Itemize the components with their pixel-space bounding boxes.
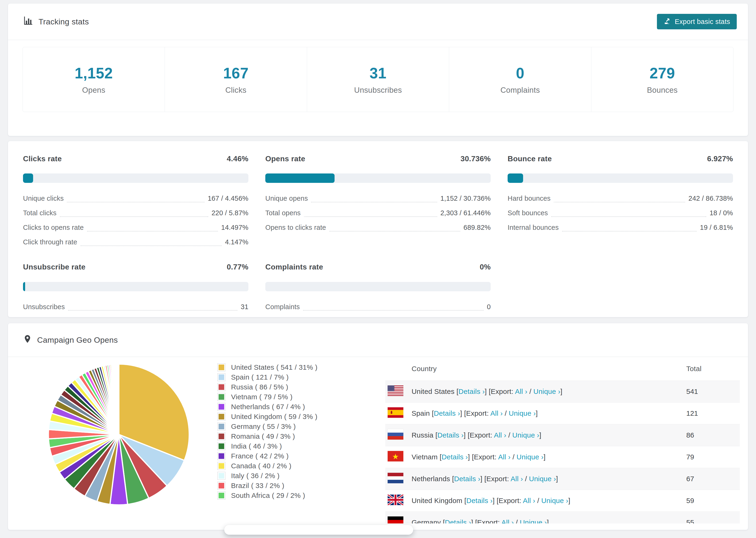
text: ] [Export:: [464, 431, 494, 439]
country-cell: Netherlands [Details ›] [Export: All › /…: [385, 473, 686, 485]
geo-body: United States ( 541 / 31% )Spain ( 121 /…: [8, 357, 748, 523]
export-all-link[interactable]: All ›: [511, 475, 523, 483]
dotted-leader: [81, 244, 222, 246]
total-cell: 121: [686, 409, 740, 417]
text: ] [Export:: [471, 518, 502, 523]
export-all-link[interactable]: All ›: [494, 431, 507, 439]
text: /: [506, 431, 512, 439]
page-title: Tracking stats: [38, 17, 89, 26]
text: Vietnam [: [411, 453, 442, 461]
legend-item[interactable]: Vietnam ( 79 / 5% ): [217, 393, 385, 401]
flag-icon-gb: [388, 495, 411, 507]
country-links: Germany [Details ›] [Export: All › / Uni…: [411, 518, 549, 523]
rate-row: Total clicks220 / 5.87%: [23, 206, 248, 220]
legend-label: Vietnam ( 79 / 5% ): [231, 393, 293, 401]
export-unique-link[interactable]: Unique ›: [541, 497, 568, 505]
text: Germany [: [411, 518, 445, 523]
rate-row-label: Unsubscribes: [23, 303, 65, 311]
export-unique-link[interactable]: Unique ›: [520, 518, 547, 523]
horizontal-scrollbar-thumb[interactable]: [224, 525, 413, 535]
legend-item[interactable]: Spain ( 121 / 7% ): [217, 373, 385, 381]
legend-item[interactable]: Germany ( 55 / 3% ): [217, 422, 385, 430]
total-cell: 67: [686, 475, 740, 483]
legend-item[interactable]: India ( 46 / 3% ): [217, 442, 385, 450]
table-row-ru: Russia [Details ›] [Export: All › / Uniq…: [385, 424, 740, 446]
geo-pie-chart[interactable]: [8, 357, 217, 523]
stat-value: 167: [223, 65, 248, 82]
text: United Kingdom [: [411, 497, 466, 505]
export-basic-stats-button[interactable]: Export basic stats: [657, 14, 737, 29]
export-all-link[interactable]: All ›: [523, 497, 535, 505]
legend-item[interactable]: Russia ( 86 / 5% ): [217, 383, 385, 391]
export-all-link[interactable]: All ›: [498, 453, 511, 461]
text: /: [503, 409, 509, 417]
legend-item[interactable]: United States ( 541 / 31% ): [217, 363, 385, 371]
rate-row: Internal bounces19 / 6.81%: [508, 220, 733, 235]
legend-item[interactable]: Italy ( 36 / 2% ): [217, 472, 385, 480]
export-all-link[interactable]: All ›: [515, 388, 527, 395]
rate-row-label: Hard bounces: [508, 195, 551, 202]
export-unique-link[interactable]: Unique ›: [509, 409, 536, 417]
legend-item[interactable]: Brazil ( 33 / 2% ): [217, 482, 385, 490]
text: ] [Export:: [480, 475, 511, 483]
legend-swatch: [217, 383, 225, 391]
details-link[interactable]: Details ›: [459, 388, 485, 395]
stat-value: 31: [369, 65, 387, 82]
legend-item[interactable]: Romania ( 49 / 3% ): [217, 432, 385, 440]
text: Spain [: [411, 409, 434, 417]
legend-item[interactable]: South Africa ( 29 / 2% ): [217, 492, 385, 500]
rate-value: 0%: [480, 263, 491, 271]
details-link[interactable]: Details ›: [442, 453, 468, 461]
geo-header: Campaign Geo Opens: [8, 323, 748, 357]
rate-row: Click through rate4.147%: [23, 235, 248, 249]
pie-slice[interactable]: [119, 364, 119, 435]
text: /: [511, 453, 516, 461]
geo-pie-svg[interactable]: [47, 363, 190, 506]
details-link[interactable]: Details ›: [466, 497, 493, 505]
legend-item[interactable]: Canada ( 40 / 2% ): [217, 462, 385, 470]
rate-row-value: 689.82%: [463, 224, 491, 232]
rate-header: Unsubscribe rate0.77%: [23, 262, 248, 273]
rate-row-value: 31: [241, 303, 248, 311]
legend-item[interactable]: France ( 42 / 2% ): [217, 452, 385, 460]
legend-label: India ( 46 / 3% ): [231, 442, 282, 450]
total-cell: 79: [686, 453, 740, 461]
details-link[interactable]: Details ›: [445, 518, 471, 523]
details-link[interactable]: Details ›: [434, 409, 460, 417]
stat-value: 0: [516, 65, 524, 82]
details-link[interactable]: Details ›: [454, 475, 480, 483]
text: Netherlands [: [411, 475, 454, 483]
export-unique-link[interactable]: Unique ›: [533, 388, 561, 395]
legend-swatch: [217, 452, 225, 460]
total-cell: 55: [686, 518, 740, 523]
text: ] [Export:: [493, 497, 523, 505]
legend-item[interactable]: Netherlands ( 67 / 4% ): [217, 403, 385, 411]
legend-label: United States ( 541 / 31% ): [231, 363, 317, 371]
rate-row-value: 0: [487, 303, 491, 311]
text: ]: [539, 431, 541, 439]
table-row-de: Germany [Details ›] [Export: All › / Uni…: [385, 511, 740, 523]
flag-icon-nl: [388, 473, 411, 485]
rate-row: Unique opens1,152 / 30.736%: [265, 191, 491, 206]
tracking-stats-page: Tracking stats Export basic stats 1,152O…: [0, 3, 756, 538]
rate-value: 30.736%: [460, 154, 491, 163]
export-all-link[interactable]: All ›: [490, 409, 503, 417]
export-unique-link[interactable]: Unique ›: [516, 453, 544, 461]
legend-item[interactable]: United Kingdom ( 59 / 3% ): [217, 413, 385, 421]
legend-label: Brazil ( 33 / 2% ): [231, 482, 284, 490]
legend-swatch: [217, 462, 225, 470]
export-unique-link[interactable]: Unique ›: [529, 475, 556, 483]
country-cell: Spain [Details ›] [Export: All › / Uniqu…: [385, 407, 686, 419]
export-all-link[interactable]: All ›: [502, 518, 514, 523]
rate-row-label: Complaints: [265, 303, 300, 311]
rate-row-value: 2,303 / 61.446%: [441, 209, 491, 217]
rate-row-value: 167 / 4.456%: [208, 195, 248, 202]
text: /: [523, 475, 529, 483]
legend-label: Russia ( 86 / 5% ): [231, 383, 288, 391]
stat-card-opens: 1,152Opens: [23, 47, 165, 112]
stat-label: Unsubscribes: [354, 86, 402, 95]
country-cell: United States [Details ›] [Export: All ›…: [385, 385, 686, 398]
export-unique-link[interactable]: Unique ›: [512, 431, 539, 439]
text: ]: [561, 388, 563, 395]
details-link[interactable]: Details ›: [437, 431, 464, 439]
